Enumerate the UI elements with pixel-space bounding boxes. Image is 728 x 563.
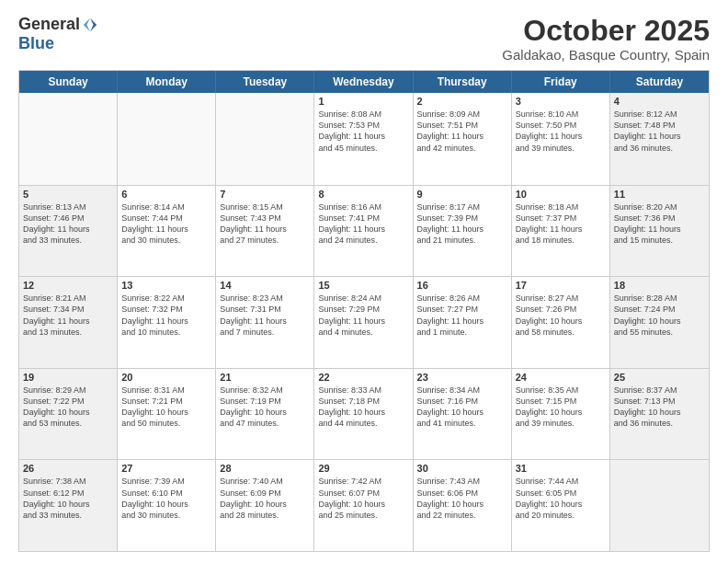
cell-content: Sunrise: 8:22 AM Sunset: 7:32 PM Dayligh… xyxy=(121,293,211,338)
day-number: 8 xyxy=(318,189,408,200)
cell-content: Sunrise: 8:23 AM Sunset: 7:31 PM Dayligh… xyxy=(220,293,310,338)
day-number: 10 xyxy=(516,189,606,200)
calendar-cell: 9Sunrise: 8:17 AM Sunset: 7:39 PM Daylig… xyxy=(414,186,512,277)
day-number: 16 xyxy=(417,280,507,291)
calendar-cell: 13Sunrise: 8:22 AM Sunset: 7:32 PM Dayli… xyxy=(118,277,216,368)
cell-content: Sunrise: 7:42 AM Sunset: 6:07 PM Dayligh… xyxy=(318,476,408,521)
calendar-row: 5Sunrise: 8:13 AM Sunset: 7:46 PM Daylig… xyxy=(19,185,709,277)
day-number: 2 xyxy=(417,96,507,107)
day-number: 20 xyxy=(121,372,211,383)
day-number: 6 xyxy=(121,189,211,200)
calendar-header-cell: Sunday xyxy=(19,71,118,93)
header: General Blue October 2025 Galdakao, Basq… xyxy=(18,15,710,63)
cell-content: Sunrise: 8:14 AM Sunset: 7:44 PM Dayligh… xyxy=(121,201,211,247)
calendar-row: 26Sunrise: 7:38 AM Sunset: 6:12 PM Dayli… xyxy=(19,459,709,551)
day-number: 31 xyxy=(516,463,606,474)
cell-content: Sunrise: 8:35 AM Sunset: 7:15 PM Dayligh… xyxy=(516,385,606,430)
cell-content: Sunrise: 8:26 AM Sunset: 7:27 PM Dayligh… xyxy=(417,293,507,338)
day-number: 4 xyxy=(614,96,705,107)
day-number: 25 xyxy=(614,372,705,383)
cell-content: Sunrise: 8:31 AM Sunset: 7:21 PM Dayligh… xyxy=(121,385,211,430)
day-number: 13 xyxy=(121,280,211,291)
calendar-header-cell: Tuesday xyxy=(216,71,314,93)
calendar-header-cell: Friday xyxy=(512,71,610,93)
calendar-cell: 10Sunrise: 8:18 AM Sunset: 7:37 PM Dayli… xyxy=(512,186,610,277)
day-number: 19 xyxy=(23,372,113,383)
calendar-cell: 8Sunrise: 8:16 AM Sunset: 7:41 PM Daylig… xyxy=(314,186,413,277)
calendar-cell: 25Sunrise: 8:37 AM Sunset: 7:13 PM Dayli… xyxy=(610,369,709,460)
calendar-cell: 21Sunrise: 8:32 AM Sunset: 7:19 PM Dayli… xyxy=(216,369,314,460)
calendar-header-cell: Saturday xyxy=(610,71,709,93)
month-title: October 2025 xyxy=(502,15,710,47)
day-number: 7 xyxy=(220,189,310,200)
calendar-cell: 26Sunrise: 7:38 AM Sunset: 6:12 PM Dayli… xyxy=(19,460,118,551)
calendar-cell: 28Sunrise: 7:40 AM Sunset: 6:09 PM Dayli… xyxy=(216,460,314,551)
cell-content: Sunrise: 8:13 AM Sunset: 7:46 PM Dayligh… xyxy=(23,201,113,247)
day-number: 12 xyxy=(23,280,113,291)
day-number: 15 xyxy=(318,280,408,291)
cell-content: Sunrise: 8:20 AM Sunset: 7:36 PM Dayligh… xyxy=(614,201,705,247)
page: General Blue October 2025 Galdakao, Basq… xyxy=(0,0,728,563)
cell-content: Sunrise: 7:38 AM Sunset: 6:12 PM Dayligh… xyxy=(23,476,113,521)
calendar-row: 19Sunrise: 8:29 AM Sunset: 7:22 PM Dayli… xyxy=(19,368,709,460)
day-number: 5 xyxy=(23,189,113,200)
logo-icon xyxy=(82,17,98,33)
cell-content: Sunrise: 8:16 AM Sunset: 7:41 PM Dayligh… xyxy=(318,201,408,247)
calendar-header: SundayMondayTuesdayWednesdayThursdayFrid… xyxy=(19,71,709,93)
title-block: October 2025 Galdakao, Basque Country, S… xyxy=(502,15,710,63)
cell-content: Sunrise: 8:24 AM Sunset: 7:29 PM Dayligh… xyxy=(318,293,408,338)
calendar-cell: 7Sunrise: 8:15 AM Sunset: 7:43 PM Daylig… xyxy=(216,186,314,277)
cell-content: Sunrise: 7:44 AM Sunset: 6:05 PM Dayligh… xyxy=(516,476,606,521)
calendar: SundayMondayTuesdayWednesdayThursdayFrid… xyxy=(18,70,710,552)
cell-content: Sunrise: 8:34 AM Sunset: 7:16 PM Dayligh… xyxy=(417,385,507,430)
day-number: 24 xyxy=(516,372,606,383)
calendar-cell: 31Sunrise: 7:44 AM Sunset: 6:05 PM Dayli… xyxy=(512,460,610,551)
day-number: 26 xyxy=(23,463,113,474)
logo: General Blue xyxy=(18,15,98,53)
cell-content: Sunrise: 7:40 AM Sunset: 6:09 PM Dayligh… xyxy=(220,476,310,521)
calendar-cell: 15Sunrise: 8:24 AM Sunset: 7:29 PM Dayli… xyxy=(314,277,413,368)
cell-content: Sunrise: 7:43 AM Sunset: 6:06 PM Dayligh… xyxy=(417,476,507,521)
cell-content: Sunrise: 8:10 AM Sunset: 7:50 PM Dayligh… xyxy=(516,109,606,154)
calendar-cell: 6Sunrise: 8:14 AM Sunset: 7:44 PM Daylig… xyxy=(118,186,216,277)
calendar-body: 1Sunrise: 8:08 AM Sunset: 7:53 PM Daylig… xyxy=(19,93,709,551)
cell-content: Sunrise: 8:21 AM Sunset: 7:34 PM Dayligh… xyxy=(23,293,113,338)
day-number: 21 xyxy=(220,372,310,383)
cell-content: Sunrise: 8:12 AM Sunset: 7:48 PM Dayligh… xyxy=(614,109,705,154)
day-number: 22 xyxy=(318,372,408,383)
calendar-cell: 14Sunrise: 8:23 AM Sunset: 7:31 PM Dayli… xyxy=(216,277,314,368)
day-number: 23 xyxy=(417,372,507,383)
calendar-cell xyxy=(216,93,314,185)
calendar-cell: 20Sunrise: 8:31 AM Sunset: 7:21 PM Dayli… xyxy=(118,369,216,460)
calendar-row: 12Sunrise: 8:21 AM Sunset: 7:34 PM Dayli… xyxy=(19,276,709,368)
calendar-cell: 27Sunrise: 7:39 AM Sunset: 6:10 PM Dayli… xyxy=(118,460,216,551)
logo-blue: Blue xyxy=(18,34,54,53)
calendar-cell: 24Sunrise: 8:35 AM Sunset: 7:15 PM Dayli… xyxy=(512,369,610,460)
day-number: 30 xyxy=(417,463,507,474)
cell-content: Sunrise: 8:32 AM Sunset: 7:19 PM Dayligh… xyxy=(220,385,310,430)
calendar-cell: 16Sunrise: 8:26 AM Sunset: 7:27 PM Dayli… xyxy=(414,277,512,368)
location-title: Galdakao, Basque Country, Spain xyxy=(502,47,710,63)
cell-content: Sunrise: 8:27 AM Sunset: 7:26 PM Dayligh… xyxy=(516,293,606,338)
day-number: 1 xyxy=(318,96,408,107)
cell-content: Sunrise: 8:15 AM Sunset: 7:43 PM Dayligh… xyxy=(220,201,310,247)
calendar-row: 1Sunrise: 8:08 AM Sunset: 7:53 PM Daylig… xyxy=(19,93,709,185)
cell-content: Sunrise: 8:18 AM Sunset: 7:37 PM Dayligh… xyxy=(516,201,606,247)
cell-content: Sunrise: 8:37 AM Sunset: 7:13 PM Dayligh… xyxy=(614,385,705,430)
calendar-cell xyxy=(118,93,216,185)
day-number: 28 xyxy=(220,463,310,474)
cell-content: Sunrise: 8:17 AM Sunset: 7:39 PM Dayligh… xyxy=(417,201,507,247)
calendar-cell: 5Sunrise: 8:13 AM Sunset: 7:46 PM Daylig… xyxy=(19,186,118,277)
cell-content: Sunrise: 8:28 AM Sunset: 7:24 PM Dayligh… xyxy=(614,293,705,338)
day-number: 27 xyxy=(121,463,211,474)
calendar-cell: 3Sunrise: 8:10 AM Sunset: 7:50 PM Daylig… xyxy=(512,93,610,185)
calendar-cell: 29Sunrise: 7:42 AM Sunset: 6:07 PM Dayli… xyxy=(314,460,413,551)
calendar-cell: 30Sunrise: 7:43 AM Sunset: 6:06 PM Dayli… xyxy=(414,460,512,551)
day-number: 29 xyxy=(318,463,408,474)
calendar-header-cell: Thursday xyxy=(414,71,512,93)
day-number: 18 xyxy=(614,280,705,291)
day-number: 11 xyxy=(614,189,705,200)
day-number: 9 xyxy=(417,189,507,200)
calendar-cell: 17Sunrise: 8:27 AM Sunset: 7:26 PM Dayli… xyxy=(512,277,610,368)
day-number: 14 xyxy=(220,280,310,291)
